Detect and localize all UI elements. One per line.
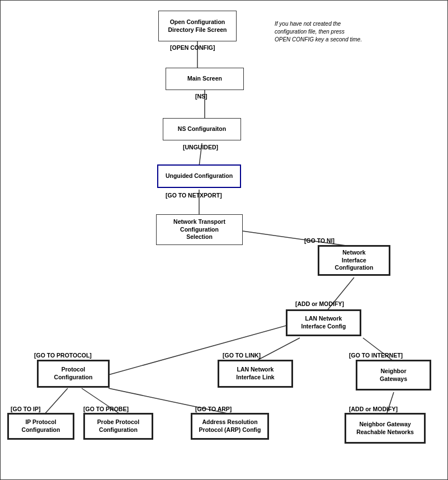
neighbor-gw-box: NeighborGateways — [356, 360, 431, 390]
neighbor-reachable-box: Neighbor GatewayReachable Networks — [345, 413, 426, 444]
note-text: If you have not created theconfiguration… — [275, 20, 386, 44]
main-screen-box: Main Screen — [166, 68, 244, 90]
arp-config-box: Address ResolutionProtocol (ARP) Config — [191, 413, 269, 440]
probe-protocol-box: Probe ProtocolConfiguration — [83, 413, 153, 440]
open-config-box: Open Configuration Directory File Screen — [158, 11, 237, 41]
label-go-probe: [GO TO PROBE] — [83, 406, 129, 412]
svg-line-7 — [255, 338, 300, 361]
label-go-protocol: [GO TO PROTOCOL] — [34, 352, 92, 359]
protocol-config-box: ProtocolConfiguration — [37, 360, 110, 388]
label-netxport: [GO TO NETXPORT] — [166, 192, 222, 199]
ns-config-box: NS Configuraiton — [163, 118, 241, 140]
label-go-internet: [GO TO INTERNET] — [349, 352, 403, 359]
label-go-ni: [GO TO NI] — [304, 237, 334, 244]
svg-line-4 — [243, 231, 354, 247]
label-go-ip: [GO TO IP] — [11, 406, 40, 412]
diagram: Open Configuration Directory File Screen… — [0, 0, 448, 480]
ip-protocol-box: IP ProtocolConfiguration — [7, 413, 74, 440]
lan-link-box: LAN NetworkInterface Link — [218, 360, 293, 388]
unguided-config-box: Unguided Configuration — [157, 164, 241, 188]
lan-config-box: LAN NetworkInterface Config — [286, 309, 361, 336]
label-add-modify-1: [ADD or MODIFY] — [295, 300, 344, 307]
netxport-box: Network TransportConfigurationSelection — [156, 214, 243, 245]
svg-line-9 — [44, 388, 68, 415]
label-go-arp: [GO TO ARP] — [195, 406, 232, 412]
ni-config-box: NetworkInterfaceConfiguration — [318, 245, 390, 276]
label-open-config: [OPEN CONFIG] — [170, 44, 215, 51]
label-add-modify-2: [ADD or MODIFY] — [349, 406, 398, 412]
label-ns: [NS] — [195, 93, 208, 100]
label-unguided: [UNGUIDED] — [183, 144, 218, 150]
label-go-link: [GO TO LINK] — [223, 352, 261, 359]
